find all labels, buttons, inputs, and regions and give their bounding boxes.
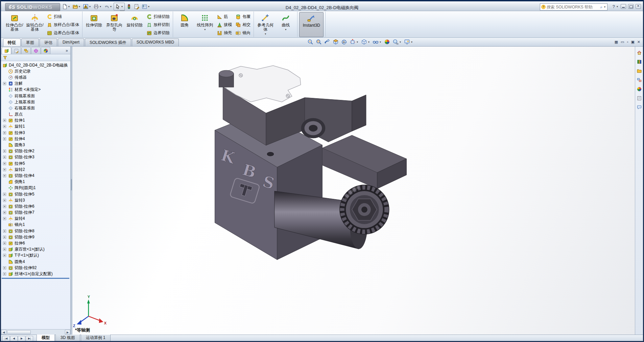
rotate-view-button[interactable]: A [341, 38, 348, 45]
scroll-right-icon[interactable]: ▶ [65, 330, 70, 335]
search-input[interactable] [547, 5, 599, 9]
ribbon-button-wrap[interactable]: 包覆 [234, 12, 252, 21]
ribbon-button-cut-sweep[interactable]: 扫描切除 [145, 12, 171, 21]
minimize-button[interactable] [621, 4, 626, 9]
ribbon-button-shell[interactable]: 抽壳 [215, 29, 233, 37]
select-button[interactable]: ▾ [114, 3, 125, 10]
splitter-grip[interactable] [71, 179, 72, 190]
tree-item[interactable]: 切除-拉伸5 [1, 191, 70, 197]
search-icon[interactable]: ⌕ [600, 5, 602, 9]
edit-appearance-button[interactable] [384, 38, 390, 45]
minimize-document-button[interactable]: ▭ [621, 39, 624, 45]
ribbon-button-cut-loft[interactable]: 放样切割 [145, 21, 171, 29]
ribbon-button-revolve[interactable]: 旋转凸台/基体 [25, 12, 45, 37]
expander-icon[interactable] [2, 242, 7, 245]
close-button[interactable] [636, 4, 641, 9]
tree-item[interactable]: 切除-拉伸6 [1, 203, 70, 209]
expander-icon[interactable] [2, 156, 7, 159]
tab-评估[interactable]: 评估 [40, 38, 57, 46]
tab-solidworks-插件[interactable]: SOLIDWORKS 插件 [85, 38, 131, 46]
expander-icon[interactable] [2, 205, 7, 208]
ribbon-button-sweep[interactable]: 扫描 [45, 12, 80, 21]
ribbon-button-hole-wizard[interactable]: 异型孔向导 [104, 12, 124, 37]
tab-features[interactable]: 特征 [3, 38, 21, 46]
tree-item[interactable]: 切除-拉伸92 [1, 265, 70, 271]
panel-horizontal-scrollbar[interactable]: ◀ ▶ [1, 329, 70, 335]
section-view-button[interactable] [332, 38, 339, 45]
tree-item[interactable]: 切除-拉伸7 [1, 210, 70, 216]
expander-icon[interactable] [2, 174, 7, 177]
expander-icon[interactable] [2, 168, 7, 171]
view-palette-button[interactable] [636, 77, 643, 83]
tree-item[interactable]: 切除-拉伸9 [1, 234, 70, 240]
expander-icon[interactable] [2, 266, 7, 269]
rebuild-traffic-light-button[interactable] [125, 3, 133, 10]
apply-scene-button[interactable]: ▾ [392, 38, 402, 45]
zoom-to-area-button[interactable] [315, 38, 322, 45]
tree-item[interactable]: 拉伸6 [1, 240, 70, 246]
tree-item[interactable]: 切除-拉伸4 [1, 173, 70, 179]
ribbon-button-loft[interactable]: 放样凸台/基体 [45, 21, 80, 29]
ribbon-button-fillet[interactable]: 圆角 [175, 12, 194, 37]
tree-item[interactable]: 旋转2 [1, 166, 70, 173]
expander-icon[interactable] [2, 162, 7, 165]
expander-icon[interactable] [2, 199, 7, 202]
dropdown-caret-icon[interactable]: ▾ [264, 32, 267, 36]
open-button[interactable]: ▾ [72, 3, 81, 10]
solidworks-forum-button[interactable] [636, 104, 643, 111]
tab-草图[interactable]: 草图 [21, 38, 39, 46]
tree-item[interactable]: 传感器 [1, 74, 70, 80]
expander-icon[interactable] [2, 248, 7, 251]
configurationmanager-tab[interactable] [21, 47, 31, 54]
dropdown-caret-icon[interactable]: ▾ [99, 5, 102, 8]
rebuild-check-button[interactable]: A▾ [82, 3, 92, 10]
expander-icon[interactable] [2, 211, 7, 214]
study-nav-button-1[interactable]: ◀ [10, 336, 18, 341]
expander-icon[interactable] [2, 272, 7, 275]
rollback-bar[interactable] [2, 278, 69, 279]
tree-item[interactable]: 圆角4 [1, 259, 70, 265]
print-button[interactable]: ▾ [93, 3, 102, 10]
ribbon-button-instant3d[interactable]: Instant3D [299, 12, 324, 37]
tab-dimxpert[interactable]: DimXpert [58, 38, 84, 46]
ribbon-button-cut-revolve[interactable]: 旋转切除 [125, 12, 144, 37]
tree-item[interactable]: 旋转3 [1, 197, 70, 203]
tree-item[interactable]: 前视基准面 [1, 93, 70, 99]
dropdown-caret-icon[interactable]: ▾ [367, 41, 370, 44]
ribbon-button-mirror[interactable]: 镜向 [234, 29, 252, 37]
tree-item[interactable]: 拉伸4 [1, 136, 70, 142]
ribbon-button-boss-extrude[interactable]: 拉伸凸台/基体 [5, 12, 24, 37]
tree-item[interactable]: 倒角1 [1, 179, 70, 185]
tree-item[interactable]: 切除-拉伸3 [1, 154, 70, 160]
dropdown-caret-icon[interactable]: ▾ [379, 41, 382, 44]
scroll-left-icon[interactable]: ◀ [1, 330, 6, 335]
dropdown-caret-icon[interactable]: ▾ [89, 5, 91, 8]
tree-root-item[interactable]: D4_02_2B-DD4_02_2B-D电磁换 [1, 62, 70, 68]
tree-item[interactable]: 拉伸5 [1, 160, 70, 166]
study-nav-button-2[interactable]: ▶ [18, 336, 25, 341]
restore-button[interactable] [628, 4, 634, 9]
scroll-thumb[interactable] [7, 330, 31, 334]
dropdown-caret-icon[interactable]: ▾ [284, 27, 287, 32]
tree-item[interactable]: 右视基准面 [1, 105, 70, 111]
tree-item[interactable]: 阵列(圆周)1 [1, 185, 70, 191]
dropdown-caret-icon[interactable]: ▾ [68, 5, 70, 8]
ribbon-button-linear-pattern[interactable]: 线性阵列▾ [195, 12, 215, 37]
new-document-button[interactable]: ▾ [61, 3, 71, 10]
dropdown-caret-icon[interactable]: ▾ [410, 41, 413, 44]
tree-item[interactable]: 切除-拉伸2 [1, 148, 70, 154]
expander-icon[interactable] [2, 193, 7, 196]
filter-input[interactable] [9, 55, 69, 60]
tree-item[interactable]: 丝堵<1>(自定义配置) [1, 271, 70, 277]
expander-icon[interactable] [2, 230, 7, 233]
search-caret-icon[interactable]: ▾ [603, 5, 606, 8]
tree-item[interactable]: 切除-拉伸8 [1, 228, 70, 234]
expander-icon[interactable] [2, 137, 7, 140]
tree-item[interactable]: 镜向1 [1, 222, 70, 228]
close-document-button[interactable]: ✕ [637, 39, 640, 45]
featuremanager-tab[interactable] [2, 47, 11, 54]
hide-show-items-button[interactable]: ▾ [372, 38, 382, 45]
appearances-scenes-button[interactable] [636, 86, 643, 93]
panel-tabs-overflow[interactable]: » [64, 48, 70, 54]
tree-item[interactable]: 旋转4 [1, 216, 70, 222]
